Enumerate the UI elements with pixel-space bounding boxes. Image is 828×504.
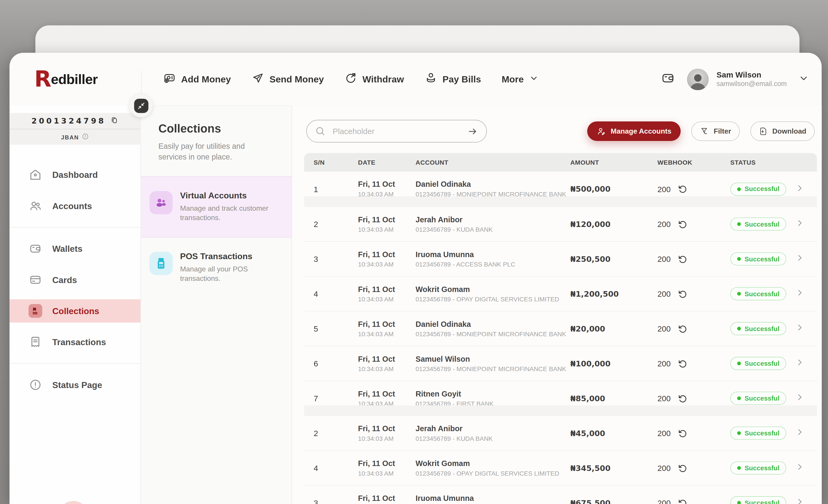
manage-accounts-button[interactable]: Manage Accounts (587, 121, 681, 141)
card-description: Manage and track customer transactions. (180, 204, 283, 223)
sidebar-item-collections[interactable]: Collections (10, 299, 140, 323)
row-account: Ritnen Goyit0123456789 - FIRST BANK (399, 389, 568, 407)
chevron-down-icon (529, 73, 539, 85)
row-status: Successful (727, 252, 795, 265)
row-date: Fri, 11 Oct10:34:03 AM (341, 215, 399, 233)
avatar[interactable] (687, 68, 709, 90)
banknote-plus-icon (163, 72, 176, 87)
retry-webhook-icon[interactable] (677, 254, 687, 264)
retry-webhook-icon[interactable] (677, 359, 687, 368)
status-dot (737, 327, 741, 331)
row-account: Jerah Anibor0123456789 - KUDA BANK (399, 215, 568, 233)
button-label: Manage Accounts (611, 127, 671, 135)
info-icon[interactable] (82, 132, 89, 142)
status-badge: Successful (730, 461, 786, 474)
filter-button[interactable]: Filter (692, 121, 740, 141)
sidebar-item-wallets[interactable]: Wallets (10, 237, 140, 260)
chevron-right-icon[interactable] (795, 323, 817, 334)
profile-chevron-down-icon[interactable] (798, 73, 809, 86)
user-info[interactable]: Sam Wilson samwilson@email.com (716, 70, 787, 88)
nav-withdraw[interactable]: Withdraw (345, 72, 404, 87)
table-row[interactable]: 4Fri, 11 Oct10:34:03 AMWokrit Gomam01234… (304, 450, 817, 485)
pos-transactions-card[interactable]: POS Transactions Manage all your POS tra… (141, 238, 291, 298)
status-badge: Successful (730, 322, 786, 335)
row-account: Iruoma Umunna0123456789 - ACCESS BANK PL… (399, 250, 568, 268)
sidebar-divider (10, 227, 140, 227)
download-button[interactable]: Download (750, 121, 815, 141)
retry-webhook-icon[interactable] (677, 219, 687, 229)
credit-card-icon (29, 274, 42, 286)
alert-circle-icon (29, 378, 42, 391)
row-date: Fri, 11 Oct10:34:03 AM (341, 250, 399, 268)
column-header-date: DATE (341, 159, 399, 166)
retry-webhook-icon[interactable] (677, 463, 687, 473)
status-dot (737, 466, 741, 470)
chevron-right-icon[interactable] (795, 462, 817, 474)
users-icon (29, 200, 42, 212)
panel-title: Collections (159, 122, 291, 136)
chevron-right-icon[interactable] (795, 288, 817, 299)
column-header-sn: S/N (304, 159, 341, 166)
group-separator (304, 406, 817, 416)
retry-webhook-icon[interactable] (677, 394, 687, 403)
nav-more[interactable]: More (502, 73, 539, 85)
sidebar-item-label: Wallets (52, 244, 82, 254)
wallet-icon[interactable] (661, 71, 675, 87)
sidebar-item-transactions[interactable]: Transactions (10, 330, 140, 354)
nav-send-money[interactable]: Send Money (251, 72, 324, 87)
table-row[interactable]: 4Fri, 11 Oct10:34:03 AMWokrit Gomam01234… (304, 276, 817, 311)
table-row[interactable]: 2Fri, 11 Oct10:34:03 AMJerah Anibor01234… (304, 206, 817, 241)
search-input[interactable] (333, 127, 467, 136)
retry-webhook-icon[interactable] (677, 324, 687, 334)
row-sn: 1 (304, 184, 341, 194)
table-row[interactable]: 5Fri, 11 Oct10:34:03 AMDaniel Odinaka012… (304, 311, 817, 346)
decorative-pink-circle (58, 501, 88, 504)
row-date: Fri, 11 Oct10:34:03 AM (341, 424, 399, 442)
chevron-right-icon[interactable] (795, 183, 817, 195)
row-sn: 2 (304, 429, 341, 438)
chevron-right-icon[interactable] (795, 358, 817, 369)
row-sn: 6 (304, 359, 341, 368)
sidebar-item-accounts[interactable]: Accounts (10, 194, 140, 218)
chevron-right-icon[interactable] (795, 218, 817, 230)
sidebar-item-cards[interactable]: Cards (10, 268, 140, 291)
nav-pay-bills[interactable]: Pay Bills (425, 72, 481, 87)
chevron-right-icon[interactable] (795, 428, 817, 439)
retry-webhook-icon[interactable] (677, 498, 687, 504)
status-dot (737, 396, 741, 400)
search-bar[interactable] (306, 120, 487, 142)
top-header: Redbiller Add Money Send Money Withdraw (10, 53, 822, 106)
copy-icon[interactable] (111, 116, 118, 126)
row-webhook: 200 (655, 428, 727, 438)
retry-webhook-icon[interactable] (677, 428, 687, 438)
main-content: Manage Accounts Filter Download S/N DATE (292, 106, 822, 504)
status-badge: Successful (730, 252, 786, 265)
status-badge: Successful (730, 218, 786, 231)
row-webhook: 200 (655, 394, 727, 403)
retry-webhook-icon[interactable] (677, 184, 687, 194)
chevron-right-icon[interactable] (795, 393, 817, 404)
table-row[interactable]: 3Fri, 11 Oct10:34:03 AMIruoma Umunna0123… (304, 485, 817, 504)
arrow-out-circle-icon (345, 72, 357, 87)
status-badge: Successful (730, 426, 786, 440)
collapse-sidebar-button[interactable] (129, 94, 153, 117)
row-amount: ₦20,000 (568, 324, 655, 333)
download-file-icon (758, 127, 768, 136)
row-account: Wokrit Gomam0123456789 - OPAY DIGITAL SE… (399, 285, 568, 303)
table-row[interactable]: 6Fri, 11 Oct10:34:03 AMSamuel Wilson0123… (304, 346, 817, 381)
chevron-right-icon[interactable] (795, 253, 817, 264)
table-row[interactable]: 3Fri, 11 Oct10:34:03 AMIruoma Umunna0123… (304, 241, 817, 276)
sidebar-item-label: Status Page (52, 380, 102, 390)
row-amount: ₦85,000 (568, 394, 655, 403)
row-sn: 2 (304, 220, 341, 228)
nav-add-money[interactable]: Add Money (163, 72, 231, 87)
main-nav: Add Money Send Money Withdraw Pay Bills … (163, 53, 538, 106)
chevron-right-icon[interactable] (795, 497, 817, 504)
wallet-icon (29, 242, 42, 255)
sidebar-item-dashboard[interactable]: Dashboard (10, 163, 140, 186)
sidebar-item-status-page[interactable]: Status Page (10, 373, 140, 396)
retry-webhook-icon[interactable] (677, 289, 687, 299)
sidebar-item-label: Accounts (52, 201, 92, 211)
virtual-accounts-card[interactable]: Virtual Accounts Manage and track custom… (141, 176, 291, 238)
table-row[interactable]: 2Fri, 11 Oct10:34:03 AMJerah Anibor01234… (304, 416, 817, 450)
